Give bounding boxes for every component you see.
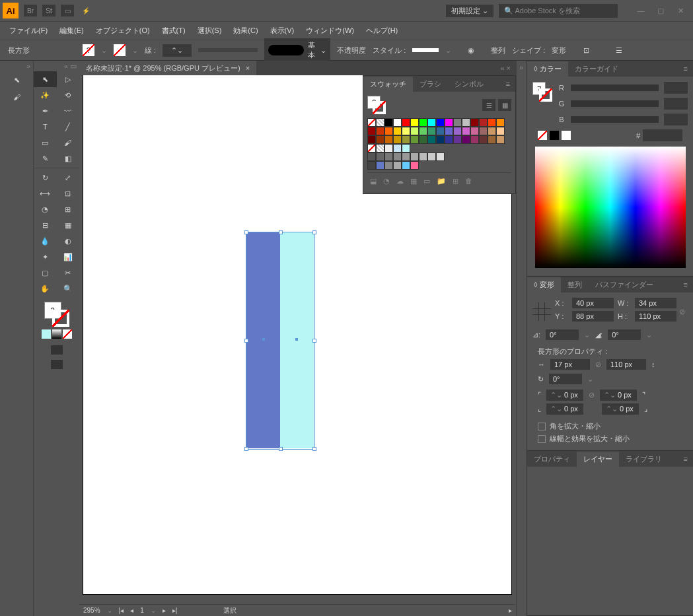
h-input[interactable]: 110 px (635, 311, 676, 322)
swatch[interactable] (462, 118, 470, 127)
shape-label[interactable]: シェイプ : (512, 46, 545, 55)
arrange-icon[interactable]: ▭ (61, 5, 74, 17)
bridge-icon[interactable]: Br (24, 5, 37, 17)
dock-collapse[interactable]: » (0, 61, 33, 71)
link-icon[interactable]: ⊘ (595, 360, 601, 369)
blend-tool[interactable]: ◐ (57, 233, 80, 249)
swatch[interactable] (436, 127, 445, 135)
tools-collapse[interactable]: « ▭ (34, 61, 79, 71)
stock-search[interactable]: 🔍 Adobe Stock を検索 (499, 4, 618, 18)
swatch[interactable] (384, 161, 393, 170)
slice-tool[interactable]: ✂ (57, 265, 80, 281)
stock-icon[interactable]: St (42, 5, 55, 17)
menu-edit[interactable]: 編集(E) (55, 24, 88, 38)
tab-swatches[interactable]: スウォッチ (363, 77, 413, 92)
pen-tool[interactable]: ✒ (34, 103, 57, 119)
swatch[interactable] (393, 135, 402, 144)
swatch[interactable] (384, 144, 393, 153)
tab-options[interactable]: « × (495, 64, 516, 72)
swatch[interactable] (445, 135, 453, 144)
color-stroke-indicator[interactable] (539, 88, 552, 102)
white-color[interactable] (562, 131, 571, 140)
swatch[interactable] (376, 118, 384, 127)
swatch[interactable] (479, 135, 488, 144)
graph-tool[interactable]: 📊 (57, 249, 80, 265)
swatch[interactable] (453, 118, 462, 127)
style-swatch[interactable] (412, 48, 439, 52)
eraser-tool[interactable]: ◧ (57, 151, 80, 166)
more-button[interactable]: ☰ (606, 44, 632, 57)
swatch-trash-icon[interactable]: 🗑 (465, 177, 472, 186)
swatch[interactable] (436, 135, 445, 144)
b-slider[interactable] (571, 116, 659, 123)
swatch[interactable] (376, 144, 384, 153)
draw-normal[interactable] (51, 345, 63, 355)
swatch[interactable] (488, 135, 496, 144)
symbol-sprayer-tool[interactable]: ✦ (34, 249, 57, 265)
menu-object[interactable]: オブジェクト(O) (92, 24, 154, 38)
swatch[interactable] (445, 118, 453, 127)
handle-br[interactable] (312, 447, 316, 451)
tab-align[interactable]: 整列 (561, 277, 589, 292)
swatch-colorgroup-icon[interactable]: ▦ (410, 177, 417, 186)
isolate-button[interactable]: ⊡ (573, 44, 599, 57)
swatch[interactable] (462, 127, 470, 135)
handle-bl[interactable] (244, 447, 248, 451)
swatch[interactable] (496, 135, 505, 144)
nav-prev-icon[interactable]: ◂ (130, 607, 133, 614)
zoom-level[interactable]: 295% (83, 607, 100, 614)
swatch[interactable] (367, 144, 376, 153)
shaper-tool[interactable]: ✎ (34, 151, 57, 166)
rectangle-tool[interactable]: ▭ (34, 135, 57, 151)
swatch-newsw-icon[interactable]: ⊞ (453, 177, 458, 186)
tab-layers[interactable]: レイヤー (577, 452, 619, 467)
color-mode[interactable] (42, 329, 51, 339)
swatch[interactable] (462, 135, 470, 144)
grid-view-icon[interactable]: ▦ (498, 99, 511, 111)
swatch[interactable] (402, 144, 410, 153)
swatch[interactable] (488, 127, 496, 135)
none-mode[interactable] (63, 329, 72, 339)
menu-effect[interactable]: 効果(C) (229, 24, 262, 38)
swatch-options-icon[interactable]: ☁ (396, 177, 404, 186)
handle-tr[interactable] (312, 230, 316, 234)
eyedropper-tool[interactable]: 💧 (34, 233, 57, 249)
swatch[interactable] (376, 153, 384, 161)
close-tab-icon[interactable]: × (246, 64, 250, 72)
paintbrush-tool[interactable]: 🖌 (57, 135, 80, 151)
layers-panel-menu[interactable]: ≡ (678, 455, 693, 463)
swatch[interactable] (393, 144, 402, 153)
zoom-tool[interactable]: 🔍 (57, 281, 80, 296)
swatch[interactable] (367, 161, 376, 170)
swatch[interactable] (402, 118, 410, 127)
g-value[interactable] (664, 98, 688, 110)
gradient-mode[interactable] (52, 329, 61, 339)
perspective-tool[interactable]: ⊞ (57, 201, 80, 217)
scale-strokes-check[interactable]: 線幅と効果を拡大・縮小 (532, 432, 688, 445)
swatch[interactable] (496, 118, 505, 127)
swatch[interactable] (427, 135, 436, 144)
r-slider[interactable] (571, 85, 659, 91)
curvature-tool[interactable]: 〰 (57, 103, 80, 119)
corner-br-input[interactable]: ⌃⌄ 0 px (602, 403, 639, 415)
shear-input[interactable]: 0° (608, 329, 641, 340)
hex-input[interactable] (643, 129, 682, 141)
swatch[interactable] (367, 135, 376, 144)
link-wh-icon[interactable]: ⊘ (676, 308, 688, 316)
panel-menu-icon[interactable]: ≡ (501, 80, 515, 88)
brush-def[interactable]: 基本 ⌄ (264, 38, 330, 62)
stroke-swatch[interactable] (114, 44, 126, 56)
fill-stroke-indicator[interactable]: ? (44, 302, 69, 327)
mesh-tool[interactable]: ⊟ (34, 217, 57, 233)
swatch[interactable] (445, 127, 453, 135)
corner-bl-input[interactable]: ⌃⌄ 0 px (546, 403, 583, 415)
corner-tr-input[interactable]: ⌃⌄ 0 px (600, 390, 637, 401)
swatch[interactable] (384, 127, 393, 135)
swatch-library-icon[interactable]: ⬓ (370, 177, 377, 186)
swatch[interactable] (402, 153, 410, 161)
workspace-selector[interactable]: 初期設定 ⌄ (446, 5, 493, 17)
nav-next-icon[interactable]: ▸ (163, 607, 166, 614)
swatch[interactable] (384, 118, 393, 127)
scale-corners-check[interactable]: 角を拡大・縮小 (532, 420, 688, 432)
align-label[interactable]: 整列 (491, 46, 505, 55)
